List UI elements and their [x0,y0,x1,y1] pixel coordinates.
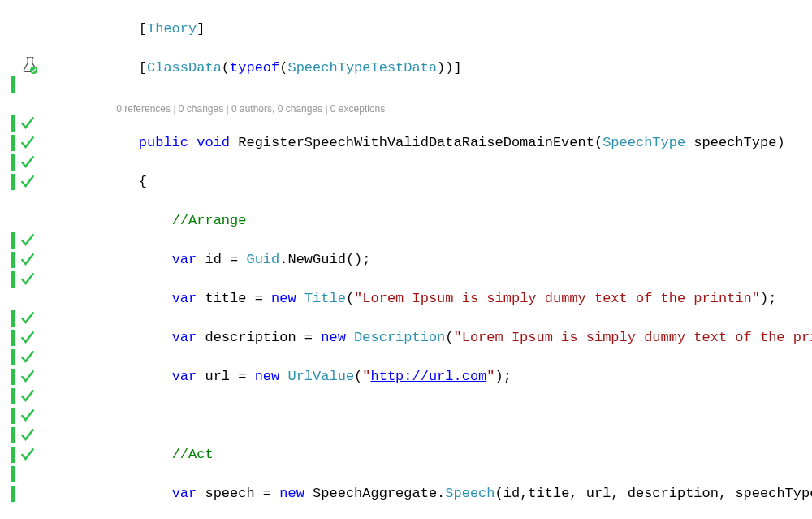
test-pass-icon [19,114,42,133]
code-line[interactable]: //Arrange [106,211,812,231]
code-line[interactable] [106,406,812,426]
code-line[interactable]: //Act [106,445,812,465]
code-line[interactable]: [Theory] [106,19,812,39]
code-line[interactable]: var speech = new SpeechAggregate.Speech(… [106,484,812,504]
code-line[interactable]: var description = new Description("Lorem… [106,328,812,348]
codelens[interactable]: 0 references | 0 changes | 0 authors, 0 … [106,97,812,114]
editor-gutter [0,0,45,519]
svg-point-0 [30,67,37,74]
test-flask-icon[interactable] [21,57,39,75]
coverage-marker [11,76,15,93]
code-line[interactable]: public void RegisterSpeechWithValidDataR… [106,133,812,153]
code-area[interactable]: [Theory] [ClassData(typeof(SpeechTypeTes… [45,0,812,519]
code-line[interactable]: var title = new Title("Lorem Ipsum is si… [106,289,812,309]
code-line[interactable]: [ClassData(typeof(SpeechTypeTestData))] [106,58,812,78]
code-line[interactable]: var id = Guid.NewGuid(); [106,250,812,270]
url-link[interactable]: http://url.com [371,369,487,384]
code-line[interactable]: { [106,172,812,192]
code-editor[interactable]: [Theory] [ClassData(typeof(SpeechTypeTes… [0,0,812,519]
code-line[interactable]: var url = new UrlValue("http://url.com")… [106,367,812,387]
